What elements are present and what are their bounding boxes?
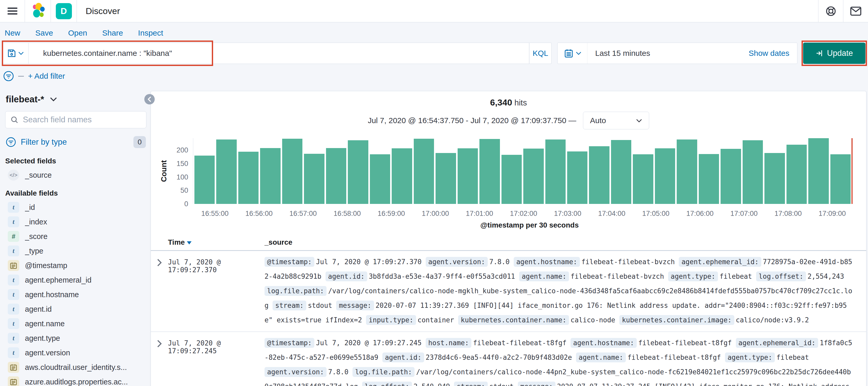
histogram-bar[interactable] xyxy=(677,140,697,204)
histogram-bar[interactable] xyxy=(720,149,741,204)
source-field-name[interactable]: @timestamp: xyxy=(265,338,314,348)
histogram-bar[interactable] xyxy=(194,156,215,204)
time-range-value[interactable]: Last 15 minutes xyxy=(587,49,650,58)
histogram-bar[interactable] xyxy=(699,154,719,204)
histogram-bar[interactable] xyxy=(765,153,785,204)
source-field-name[interactable]: agent.name: xyxy=(519,271,569,281)
chevron-down-icon[interactable] xyxy=(50,97,57,101)
source-field-name[interactable]: stream: xyxy=(273,300,306,310)
add-filter-button[interactable]: + Add filter xyxy=(28,72,65,81)
histogram-bar[interactable] xyxy=(282,139,302,204)
histogram-bar[interactable] xyxy=(348,140,368,204)
histogram-bar[interactable] xyxy=(370,154,390,204)
source-field-name[interactable]: agent.version: xyxy=(265,367,327,377)
expand-row-button[interactable] xyxy=(151,336,168,386)
histogram-bar[interactable] xyxy=(458,148,478,204)
source-field-name[interactable]: agent.ephemeral_id: xyxy=(679,257,761,267)
nav-link-new[interactable]: New xyxy=(5,29,20,37)
histogram-bar[interactable] xyxy=(238,152,258,204)
source-field-name[interactable]: message: xyxy=(336,300,374,310)
source-field-name[interactable]: agent.type: xyxy=(725,353,775,362)
field-item[interactable]: tagent.version xyxy=(5,346,146,360)
histogram-bar[interactable] xyxy=(436,153,456,204)
field-item[interactable]: </>_source xyxy=(5,168,146,182)
elastic-logo[interactable] xyxy=(25,0,51,22)
field-item[interactable]: tagent.hostname xyxy=(5,287,146,302)
query-input[interactable]: kubernetes.container.name : "kibana" xyxy=(29,42,529,64)
field-type-source-icon: </> xyxy=(8,170,19,181)
field-item[interactable]: t_id xyxy=(5,200,146,214)
source-field-name[interactable]: agent.type: xyxy=(668,271,718,281)
histogram-bar[interactable] xyxy=(479,139,500,204)
histogram-bar[interactable] xyxy=(216,140,237,204)
source-field-name[interactable]: stream: xyxy=(454,382,488,386)
source-field-name[interactable]: agent.id: xyxy=(382,353,424,362)
field-item[interactable]: tagent.id xyxy=(5,302,146,316)
update-button[interactable]: Update xyxy=(803,42,865,64)
source-field-name[interactable]: kubernetes.container.name: xyxy=(458,315,569,325)
menu-button[interactable] xyxy=(0,0,25,22)
field-item[interactable]: tagent.ephemeral_id xyxy=(5,273,146,287)
histogram-bar[interactable] xyxy=(633,154,653,204)
histogram-interval-select[interactable]: Auto xyxy=(583,112,649,129)
field-item[interactable]: tagent.name xyxy=(5,316,146,331)
time-column-header[interactable]: Time xyxy=(168,238,265,246)
histogram-bar[interactable] xyxy=(304,154,324,204)
histogram-bar[interactable] xyxy=(545,140,566,204)
histogram-bar[interactable] xyxy=(326,148,346,204)
field-item[interactable]: t_index xyxy=(5,214,146,229)
field-item[interactable]: t_type xyxy=(5,244,146,258)
discover-badge-cell[interactable]: D xyxy=(51,0,77,22)
histogram-bar[interactable] xyxy=(808,138,829,204)
source-field-name[interactable]: agent.name: xyxy=(576,353,626,362)
source-field-name[interactable]: agent.id: xyxy=(326,271,367,281)
histogram-bar[interactable] xyxy=(655,148,675,204)
expand-row-button[interactable] xyxy=(151,255,168,327)
field-search-input[interactable] xyxy=(23,115,141,124)
nav-link-inspect[interactable]: Inspect xyxy=(138,29,163,37)
newsfeed-button[interactable] xyxy=(843,0,868,22)
field-item[interactable]: #_score xyxy=(5,229,146,244)
field-item[interactable]: tagent.type xyxy=(5,331,146,346)
help-button[interactable] xyxy=(818,0,843,22)
field-item[interactable]: azure.auditlogs.properties.ac... xyxy=(5,375,146,386)
histogram-bar[interactable] xyxy=(830,154,850,204)
nav-link-open[interactable]: Open xyxy=(68,29,87,37)
source-field-name[interactable]: agent.version: xyxy=(426,257,488,267)
source-field-name[interactable]: log.file.path: xyxy=(352,367,414,377)
histogram-bar[interactable] xyxy=(743,140,763,204)
source-field-name[interactable]: input.type: xyxy=(366,315,416,325)
histogram-bar[interactable] xyxy=(414,139,434,204)
source-field-name[interactable]: kubernetes.container.image: xyxy=(619,315,734,325)
histogram-bar[interactable] xyxy=(523,149,544,204)
histogram-bar[interactable] xyxy=(392,148,412,204)
source-field-name[interactable]: agent.hostname: xyxy=(570,338,637,348)
nav-link-share[interactable]: Share xyxy=(102,29,123,37)
source-field-name[interactable]: message: xyxy=(518,382,556,386)
nav-link-save[interactable]: Save xyxy=(35,29,53,37)
source-field-name[interactable]: agent.ephemeral_id: xyxy=(736,338,818,348)
histogram-bar[interactable] xyxy=(567,151,587,204)
field-item[interactable]: aws.cloudtrail.user_identity.s... xyxy=(5,360,146,375)
source-field-name[interactable]: host.name: xyxy=(426,338,472,348)
chevron-right-icon xyxy=(157,259,162,267)
collapse-sidebar-button[interactable] xyxy=(144,94,155,105)
histogram-bar[interactable] xyxy=(611,140,631,204)
source-field-name[interactable]: @timestamp: xyxy=(265,257,314,267)
index-pattern-selector[interactable]: filebeat-* xyxy=(6,94,44,105)
source-field-name[interactable]: log.offset: xyxy=(362,382,412,386)
source-field-name[interactable]: log.offset: xyxy=(756,271,806,281)
histogram-bar[interactable] xyxy=(589,146,609,204)
source-field-name[interactable]: agent.hostname: xyxy=(514,257,580,267)
histogram-bar[interactable] xyxy=(786,145,807,204)
saved-query-menu-button[interactable] xyxy=(3,42,29,64)
field-item[interactable]: @timestamp xyxy=(5,258,146,273)
show-dates-button[interactable]: Show dates xyxy=(749,49,797,58)
histogram-bar[interactable] xyxy=(501,155,522,204)
query-language-button[interactable]: KQL xyxy=(529,42,552,64)
histogram-bar[interactable] xyxy=(260,148,280,204)
source-field-name[interactable]: log.file.path: xyxy=(265,286,327,296)
filter-by-type-button[interactable]: Filter by type xyxy=(21,138,129,147)
date-quick-select-button[interactable] xyxy=(558,43,587,64)
filter-icon[interactable] xyxy=(3,71,14,82)
